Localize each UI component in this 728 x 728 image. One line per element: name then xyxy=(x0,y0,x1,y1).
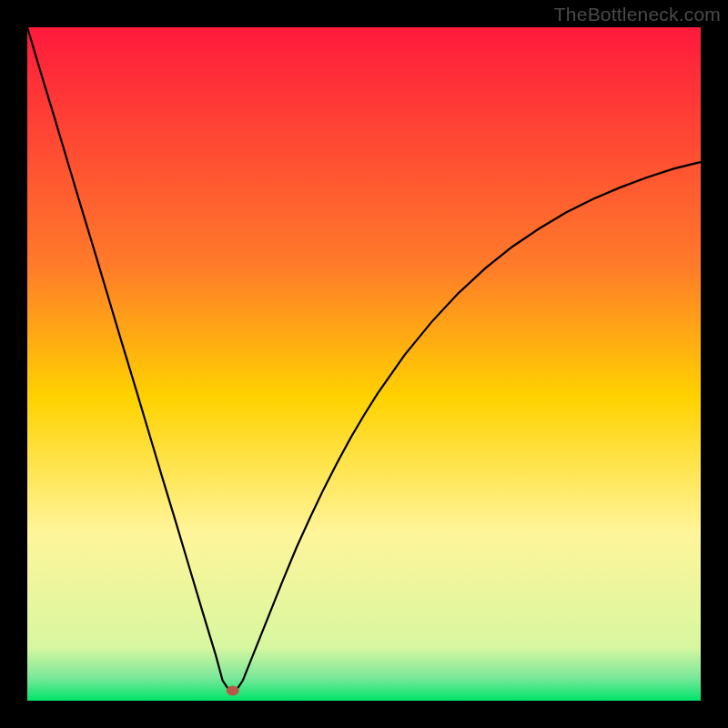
plot-area xyxy=(27,27,701,701)
watermark-label: TheBottleneck.com xyxy=(554,4,721,25)
bottleneck-chart xyxy=(27,27,701,701)
optimal-point-marker xyxy=(227,685,239,695)
chart-frame: TheBottleneck.com xyxy=(0,0,728,728)
